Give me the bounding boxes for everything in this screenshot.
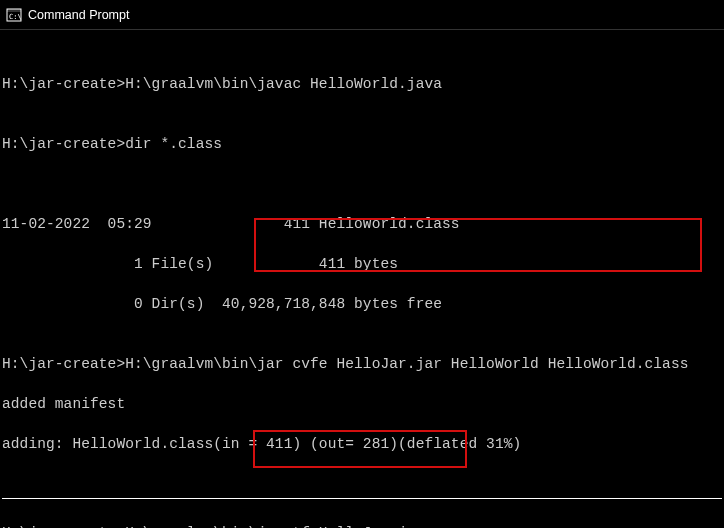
terminal-line: H:\jar-create>H:\graalvm\bin\javac Hello…	[2, 74, 722, 94]
terminal-line: 1 File(s) 411 bytes	[2, 254, 722, 274]
terminal-output[interactable]: H:\jar-create>H:\graalvm\bin\javac Hello…	[0, 30, 724, 528]
svg-text:C:\: C:\	[9, 13, 22, 21]
terminal-line: H:\jar-create>H:\graalvm\bin\jar cvfe He…	[2, 354, 722, 374]
terminal-line: 0 Dir(s) 40,928,718,848 bytes free	[2, 294, 722, 314]
terminal-line: H:\jar-create>H:\graalvm\bin\jar tf Hell…	[2, 523, 722, 528]
window-title: Command Prompt	[28, 8, 129, 22]
terminal-line: adding: HelloWorld.class(in = 411) (out=…	[2, 434, 722, 454]
terminal-line: 11-02-2022 05:29 411 HelloWorld.class	[2, 214, 722, 234]
cmd-icon: C:\	[6, 7, 22, 23]
terminal-line: H:\jar-create>dir *.class	[2, 134, 722, 154]
svg-rect-1	[7, 9, 21, 12]
window-titlebar[interactable]: C:\ Command Prompt	[0, 0, 724, 30]
terminal-line: added manifest	[2, 394, 722, 414]
separator	[2, 498, 722, 499]
